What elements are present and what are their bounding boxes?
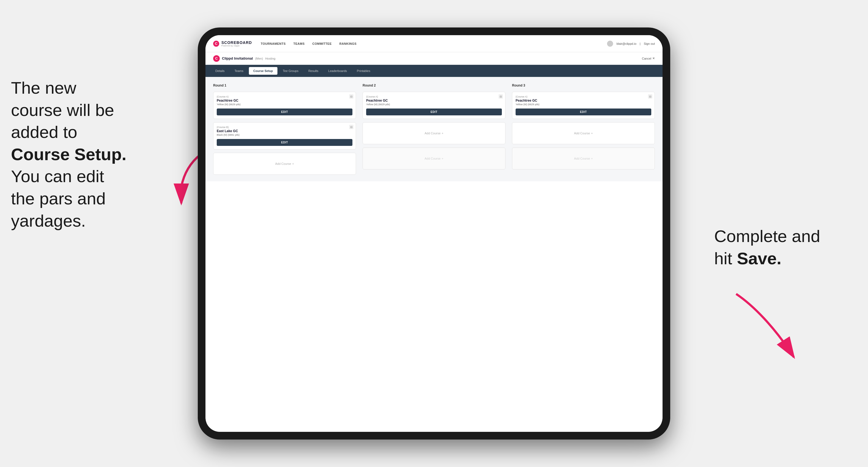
round-3-add-course-plus-icon: + xyxy=(591,132,593,135)
round-1-course-b-edit-button[interactable]: Edit xyxy=(217,139,352,146)
round-2-course-a-delete[interactable]: ⊟ xyxy=(499,94,503,99)
round-3-course-a-edit-button[interactable]: Edit xyxy=(516,108,651,115)
round-3-course-a-label: (Course A) xyxy=(516,95,651,98)
logo-c-icon: C xyxy=(213,41,219,47)
sub-header: C Clippd Invitational (Men) Hosting Canc… xyxy=(206,52,662,65)
round-3-course-a-name: Peachtree GC xyxy=(516,99,651,102)
annotation-right-line2: hit xyxy=(714,249,737,268)
round-1-title: Round 1 xyxy=(213,84,356,87)
annotation-bold: Course Setup. xyxy=(11,145,126,164)
round-1-course-a-details: Yellow (M) (6629 yds) xyxy=(217,103,352,106)
tablet-device: C SCOREBOARD Powered by clippd TOURNAMEN… xyxy=(198,28,670,439)
tab-bar: Details Teams Course Setup Tee Groups Re… xyxy=(206,65,662,77)
round-2-course-a-edit-button[interactable]: Edit xyxy=(366,108,502,115)
tablet-screen: C SCOREBOARD Powered by clippd TOURNAMEN… xyxy=(206,35,662,432)
scoreboard-logo: C SCOREBOARD Powered by clippd xyxy=(213,40,252,47)
round-1-course-b-details: Black (M) (6891 yds) xyxy=(217,133,352,136)
annotation-line5: the pars and xyxy=(11,189,106,208)
cancel-label: Cancel xyxy=(642,57,651,60)
cancel-x-icon: ✕ xyxy=(652,57,655,60)
round-3-course-a-delete[interactable]: ⊟ xyxy=(648,94,652,99)
annotation-left: The new course will be added to Course S… xyxy=(11,77,170,232)
tab-course-setup[interactable]: Course Setup xyxy=(249,67,277,75)
round-1-column: Round 1 ⊟ (Course A) Peachtree GC Yellow… xyxy=(213,84,356,175)
tournament-gender: (Men) xyxy=(255,57,263,60)
annotation-line4: You can edit xyxy=(11,167,104,186)
round-1-course-b-label: (Course B) xyxy=(217,126,352,129)
rounds-grid: Round 1 ⊟ (Course A) Peachtree GC Yellow… xyxy=(213,84,655,175)
round-2-add-course-disabled: Add Course + xyxy=(363,148,505,169)
round-3-title: Round 3 xyxy=(512,84,655,87)
round-2-add-course-label: Add Course xyxy=(425,132,441,135)
top-navigation: C SCOREBOARD Powered by clippd TOURNAMEN… xyxy=(206,35,662,52)
round-1-course-b-name: East Lake GC xyxy=(217,129,352,133)
nav-separator: | xyxy=(640,42,641,45)
nav-right: blair@clippd.io | Sign out xyxy=(607,41,655,47)
round-2-add-course-plus-icon: + xyxy=(442,132,443,135)
round-2-add-course-disabled-plus-icon: + xyxy=(442,157,443,160)
round-3-add-course-disabled: Add Course + xyxy=(512,148,655,169)
tournament-info: C Clippd Invitational (Men) Hosting xyxy=(213,55,276,62)
logo-main-text: SCOREBOARD xyxy=(221,40,252,45)
nav-tournaments[interactable]: TOURNAMENTS xyxy=(261,41,286,46)
annotation-right: Complete and hit Save. xyxy=(714,225,851,270)
round-2-add-course-button[interactable]: Add Course + xyxy=(363,122,505,144)
nav-committee[interactable]: COMMITTEE xyxy=(312,41,332,46)
round-1-course-a-edit-button[interactable]: Edit xyxy=(217,108,352,115)
tournament-status: Hosting xyxy=(265,57,275,60)
nav-rankings[interactable]: RANKINGS xyxy=(339,41,356,46)
tab-tee-groups[interactable]: Tee Groups xyxy=(279,67,303,75)
avatar xyxy=(607,41,613,47)
round-1-course-a-delete[interactable]: ⊟ xyxy=(349,94,353,99)
round-3-add-course-disabled-label: Add Course xyxy=(574,157,590,160)
round-3-course-a-details: Yellow (M) (6629 yds) xyxy=(516,103,651,106)
logo-text: SCOREBOARD Powered by clippd xyxy=(221,40,252,47)
round-2-course-a-details: Yellow (M) (6629 yds) xyxy=(366,103,502,106)
round-2-title: Round 2 xyxy=(363,84,505,87)
main-content: Round 1 ⊟ (Course A) Peachtree GC Yellow… xyxy=(206,77,662,181)
round-1-add-course-plus-icon: + xyxy=(292,162,294,165)
annotation-line6: yardages. xyxy=(11,211,86,230)
round-2-add-course-disabled-label: Add Course xyxy=(425,157,441,160)
cancel-button[interactable]: Cancel ✕ xyxy=(642,57,655,60)
round-1-course-b-delete[interactable]: ⊟ xyxy=(349,125,353,129)
nav-links: TOURNAMENTS TEAMS COMMITTEE RANKINGS xyxy=(261,41,607,46)
annotation-line1: The new xyxy=(11,78,76,97)
round-3-column: Round 3 ⊟ (Course A) Peachtree GC Yellow… xyxy=(512,84,655,175)
round-1-add-course-button[interactable]: Add Course + xyxy=(213,153,356,175)
round-1-course-b-card: ⊟ (Course B) East Lake GC Black (M) (689… xyxy=(213,122,356,150)
round-1-course-a-name: Peachtree GC xyxy=(217,99,352,102)
tournament-logo: C xyxy=(213,55,220,62)
annotation-line2: course will be xyxy=(11,100,114,120)
round-1-course-a-card: ⊟ (Course A) Peachtree GC Yellow (M) (66… xyxy=(213,92,356,119)
round-2-column: Round 2 ⊟ (Course A) Peachtree GC Yellow… xyxy=(363,84,505,175)
nav-teams[interactable]: TEAMS xyxy=(293,41,305,46)
round-3-course-a-card: ⊟ (Course A) Peachtree GC Yellow (M) (66… xyxy=(512,92,655,119)
round-3-add-course-label: Add Course xyxy=(574,132,590,135)
logo-sub-text: Powered by clippd xyxy=(221,45,252,47)
user-email: blair@clippd.io xyxy=(616,42,636,45)
tab-details[interactable]: Details xyxy=(211,67,229,75)
annotation-right-bold: Save. xyxy=(737,249,781,268)
round-2-course-a-label: (Course A) xyxy=(366,95,502,98)
tab-printables[interactable]: Printables xyxy=(352,67,375,75)
tab-teams[interactable]: Teams xyxy=(230,67,248,75)
sign-out-link[interactable]: Sign out xyxy=(644,42,655,45)
round-2-course-a-card: ⊟ (Course A) Peachtree GC Yellow (M) (66… xyxy=(363,92,505,119)
round-2-course-a-name: Peachtree GC xyxy=(366,99,502,102)
annotation-line3: added to xyxy=(11,123,77,142)
round-1-course-a-label: (Course A) xyxy=(217,95,352,98)
round-3-add-course-button[interactable]: Add Course + xyxy=(512,122,655,144)
tab-leaderboards[interactable]: Leaderboards xyxy=(324,67,351,75)
round-3-add-course-disabled-plus-icon: + xyxy=(591,157,593,160)
arrow-right-icon xyxy=(731,288,813,371)
tournament-name: Clippd Invitational xyxy=(222,56,253,60)
round-1-add-course-label: Add Course xyxy=(275,162,291,165)
tab-results[interactable]: Results xyxy=(304,67,323,75)
annotation-right-line1: Complete and xyxy=(714,227,820,246)
